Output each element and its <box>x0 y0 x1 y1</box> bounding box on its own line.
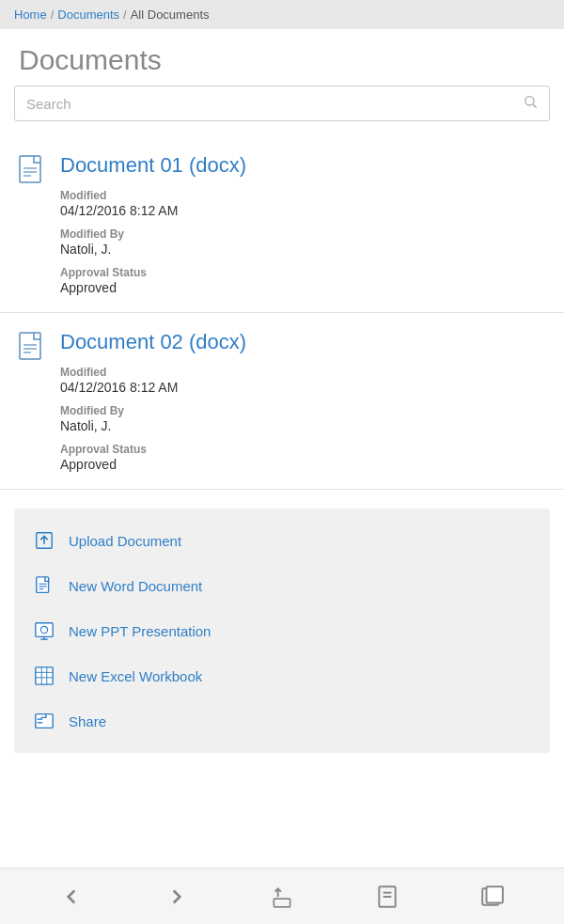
svg-rect-2 <box>20 156 40 182</box>
breadcrumb-home[interactable]: Home <box>14 8 47 22</box>
modified-by-label: Modified By <box>60 404 545 417</box>
svg-rect-24 <box>36 714 53 728</box>
document-title[interactable]: Document 02 (docx) <box>60 330 545 354</box>
breadcrumb-sep-2: / <box>123 8 127 22</box>
modified-by-field: Modified By Natoli, J. <box>60 404 545 433</box>
modified-value: 04/12/2016 8:12 AM <box>60 380 545 395</box>
bottom-toolbar <box>0 868 564 924</box>
ppt-icon <box>33 619 55 642</box>
back-button[interactable] <box>52 877 91 916</box>
modified-field: Modified 04/12/2016 8:12 AM <box>60 366 545 395</box>
modified-by-value: Natoli, J. <box>60 242 545 257</box>
approval-field: Approval Status Approved <box>60 443 545 472</box>
share-toolbar-button[interactable] <box>262 877 302 916</box>
forward-button[interactable] <box>157 877 196 916</box>
share-button[interactable]: Share <box>14 698 550 744</box>
document-meta: Modified 04/12/2016 8:12 AM Modified By … <box>60 366 545 472</box>
upload-document-button[interactable]: Upload Document <box>14 518 550 563</box>
search-bar <box>14 86 550 121</box>
document-list: Document 01 (docx) Modified 04/12/2016 8… <box>0 136 564 490</box>
breadcrumb-sep-1: / <box>51 8 55 22</box>
modified-label: Modified <box>60 366 545 379</box>
svg-rect-32 <box>487 886 503 902</box>
approval-value: Approved <box>60 280 545 295</box>
search-input[interactable] <box>26 96 523 112</box>
document-icon <box>19 155 47 193</box>
new-ppt-label: New PPT Presentation <box>69 623 211 639</box>
new-word-document-button[interactable]: New Word Document <box>14 563 550 608</box>
document-icon <box>19 332 47 369</box>
document-title[interactable]: Document 01 (docx) <box>60 153 545 178</box>
approval-field: Approval Status Approved <box>60 266 545 295</box>
upload-document-label: Upload Document <box>69 533 181 549</box>
svg-rect-19 <box>36 667 53 684</box>
share-icon <box>33 710 55 732</box>
modified-value: 04/12/2016 8:12 AM <box>60 203 545 218</box>
document-item: Document 02 (docx) Modified 04/12/2016 8… <box>0 313 564 490</box>
word-icon <box>33 574 55 597</box>
breadcrumb: Home / Documents / All Documents <box>0 0 564 29</box>
svg-rect-15 <box>36 623 53 637</box>
approval-label: Approval Status <box>60 266 545 279</box>
modified-label: Modified <box>60 189 545 202</box>
search-icon <box>523 94 538 113</box>
breadcrumb-documents[interactable]: Documents <box>57 8 119 22</box>
upload-icon <box>33 529 55 552</box>
new-excel-button[interactable]: New Excel Workbook <box>14 653 550 698</box>
document-item: Document 01 (docx) Modified 04/12/2016 8… <box>0 136 564 313</box>
tabs-button[interactable] <box>473 877 512 916</box>
document-info: Document 01 (docx) Modified 04/12/2016 8… <box>60 153 545 295</box>
approval-value: Approved <box>60 457 545 472</box>
bookmarks-button[interactable] <box>368 877 407 916</box>
svg-rect-6 <box>20 333 40 359</box>
share-label: Share <box>69 713 106 729</box>
modified-by-value: Natoli, J. <box>60 418 545 433</box>
breadcrumb-current: All Documents <box>131 8 210 22</box>
modified-by-label: Modified By <box>60 227 545 241</box>
svg-rect-27 <box>274 899 290 907</box>
new-word-label: New Word Document <box>69 578 202 594</box>
action-panel: Upload Document New Word Document <box>14 509 550 753</box>
modified-by-field: Modified By Natoli, J. <box>60 227 545 257</box>
svg-rect-11 <box>37 577 49 593</box>
new-excel-label: New Excel Workbook <box>69 668 202 684</box>
svg-line-1 <box>533 104 537 108</box>
page-title: Documents <box>0 29 564 86</box>
document-info: Document 02 (docx) Modified 04/12/2016 8… <box>60 330 545 472</box>
document-meta: Modified 04/12/2016 8:12 AM Modified By … <box>60 189 545 295</box>
new-ppt-button[interactable]: New PPT Presentation <box>14 608 550 653</box>
main-content: Documents Document 01 ( <box>0 29 564 868</box>
modified-field: Modified 04/12/2016 8:12 AM <box>60 189 545 218</box>
excel-icon <box>33 665 55 687</box>
approval-label: Approval Status <box>60 443 545 456</box>
svg-point-0 <box>525 97 534 105</box>
